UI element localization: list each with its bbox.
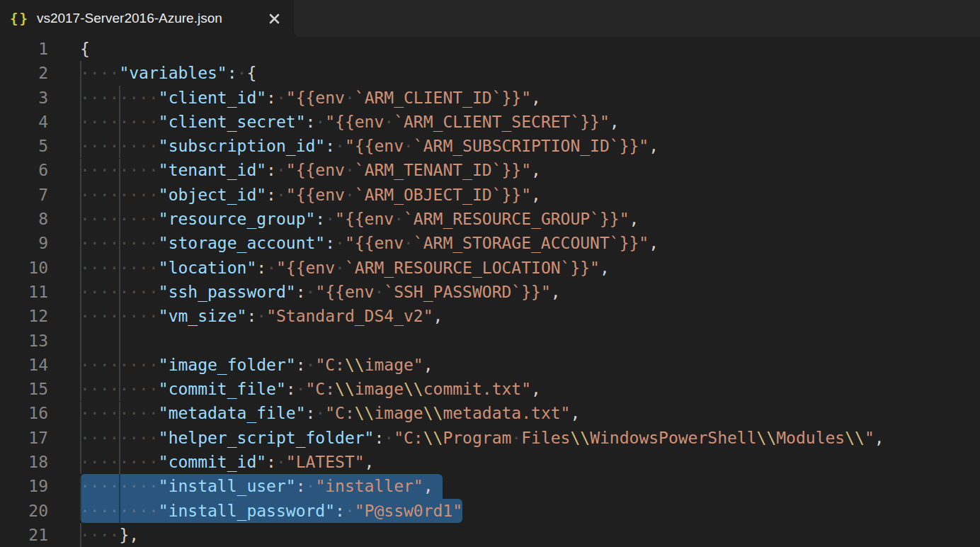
- token-str: `ARM_RESOURCE_GROUP`}}": [404, 210, 629, 228]
- token-punc: ,: [365, 453, 375, 471]
- line-number[interactable]: 7: [0, 183, 80, 207]
- line-number[interactable]: 17: [0, 426, 80, 450]
- code-line[interactable]: 21····},: [0, 523, 980, 547]
- whitespace-dots: ········: [80, 161, 159, 179]
- code-line[interactable]: 16········"metadata_file":·"C:\\image\\m…: [0, 401, 980, 425]
- token-esc: \\: [570, 429, 590, 447]
- code-line[interactable]: 4········"client_secret":·"{{env·`ARM_CL…: [0, 110, 980, 134]
- code-line[interactable]: 10········"location":·"{{env·`ARM_RESOUR…: [0, 256, 980, 280]
- whitespace-dots: ·: [384, 429, 394, 447]
- whitespace-dots: ·: [511, 429, 521, 447]
- line-number[interactable]: 15: [0, 377, 80, 401]
- line-number[interactable]: 11: [0, 280, 80, 304]
- line-content: ········"tenant_id":·"{{env·`ARM_TENANT_…: [80, 158, 541, 182]
- code-line[interactable]: 6········"tenant_id":·"{{env·`ARM_TENANT…: [0, 158, 980, 182]
- whitespace-dots: ·: [335, 234, 345, 252]
- line-number[interactable]: 2: [0, 61, 80, 85]
- token-key: "commit_id": [159, 453, 266, 471]
- whitespace-dots: ····: [80, 64, 119, 82]
- token-str: `ARM_SUBSCRIPTION_ID`}}": [414, 137, 649, 155]
- code-line[interactable]: 7········"object_id":·"{{env·`ARM_OBJECT…: [0, 183, 980, 207]
- token-str: "{{env: [286, 89, 345, 107]
- line-number[interactable]: 6: [0, 158, 80, 182]
- code-line[interactable]: 15········"commit_file":·"C:\\image\\com…: [0, 377, 980, 401]
- line-content: ········"helper_script_folder":·"C:\\Pro…: [80, 426, 884, 450]
- code-line[interactable]: 12········"vm_size":·"Standard_DS4_v2",: [0, 304, 980, 328]
- token-punc: :: [306, 404, 316, 422]
- whitespace-dots: ····: [80, 526, 119, 544]
- line-content: ········"commit_id":·"LATEST",: [80, 450, 374, 474]
- code-line[interactable]: 1{: [0, 37, 980, 61]
- token-punc: :: [227, 64, 237, 82]
- tab-close-button[interactable]: [266, 11, 282, 26]
- code-line[interactable]: 13: [0, 329, 980, 353]
- token-str: Modules: [776, 429, 845, 447]
- code-line[interactable]: 2····"variables":·{: [0, 61, 980, 85]
- whitespace-dots: ·: [306, 356, 316, 374]
- line-number[interactable]: 5: [0, 134, 80, 158]
- whitespace-dots: ·: [374, 283, 384, 301]
- whitespace-dots: ········: [80, 234, 159, 252]
- token-key: "client_id": [159, 89, 266, 107]
- whitespace-dots: ········: [80, 429, 159, 447]
- token-str: `ARM_RESOURCE_LOCATION`}}": [345, 259, 600, 277]
- token-punc: :: [246, 307, 256, 325]
- whitespace-dots: ········: [80, 307, 159, 325]
- line-content: ········"metadata_file":·"C:\\image\\met…: [80, 401, 580, 425]
- token-str: "C:: [315, 356, 345, 374]
- token-str: "{{env: [345, 137, 404, 155]
- line-number[interactable]: 1: [0, 37, 80, 61]
- token-punc: :: [315, 210, 325, 228]
- code-line[interactable]: 17········"helper_script_folder":·"C:\\P…: [0, 426, 980, 450]
- token-str: `ARM_OBJECT_ID`}}": [355, 186, 531, 204]
- whitespace-dots: ·: [335, 137, 345, 155]
- token-key: "tenant_id": [159, 161, 266, 179]
- line-content: ········"client_id":·"{{env·`ARM_CLIENT_…: [80, 86, 541, 110]
- line-number[interactable]: 14: [0, 353, 80, 377]
- code-line[interactable]: 14········"image_folder":·"C:\\image",: [0, 353, 980, 377]
- token-esc: \\: [423, 429, 443, 447]
- token-punc: ,: [570, 404, 580, 422]
- code-line[interactable]: 8········"resource_group":·"{{env·`ARM_R…: [0, 207, 980, 231]
- token-str: WindowsPowerShell: [590, 429, 756, 447]
- line-number[interactable]: 19: [0, 474, 80, 498]
- code-line[interactable]: 5········"subscription_id":·"{{env·`ARM_…: [0, 134, 980, 158]
- code-line[interactable]: 3········"client_id":·"{{env·`ARM_CLIENT…: [0, 86, 980, 110]
- line-content: ········"location":·"{{env·`ARM_RESOURCE…: [80, 256, 610, 280]
- line-number[interactable]: 13: [0, 329, 80, 353]
- code-line[interactable]: 19········"install_user":·"installer",: [0, 474, 980, 498]
- token-punc: ,: [531, 161, 541, 179]
- code-line[interactable]: 20········"install_password":·"P@ssw0rd1…: [0, 499, 980, 523]
- whitespace-dots: ·: [276, 453, 286, 471]
- token-punc: :: [266, 161, 276, 179]
- token-esc: \\: [404, 380, 423, 398]
- line-number[interactable]: 20: [0, 499, 80, 523]
- line-content: ····},: [80, 523, 139, 547]
- whitespace-dots: ········: [80, 502, 159, 520]
- token-key: "client_secret": [159, 113, 306, 131]
- line-number[interactable]: 3: [0, 86, 80, 110]
- line-number[interactable]: 8: [0, 207, 80, 231]
- token-str: `ARM_CLIENT_ID`}}": [355, 89, 531, 107]
- line-number[interactable]: 21: [0, 523, 80, 547]
- token-str: ": [865, 429, 874, 447]
- code-line[interactable]: 9········"storage_account":·"{{env·`ARM_…: [0, 231, 980, 255]
- line-number[interactable]: 9: [0, 231, 80, 255]
- token-str: "C:: [325, 404, 355, 422]
- line-number[interactable]: 12: [0, 304, 80, 328]
- line-content: ········"install_password":·"P@ssw0rd1": [80, 499, 462, 523]
- active-tab[interactable]: {} vs2017-Server2016-Azure.json: [0, 0, 294, 37]
- editor[interactable]: 1{2····"variables":·{3········"client_id…: [0, 37, 980, 547]
- line-number[interactable]: 10: [0, 256, 80, 280]
- token-punc: ,: [551, 283, 561, 301]
- json-file-icon: {}: [10, 11, 29, 26]
- code-line[interactable]: 11········"ssh_password":·"{{env·`SSH_PA…: [0, 280, 980, 304]
- token-esc: \\: [335, 380, 355, 398]
- token-str: metadata.txt": [443, 404, 570, 422]
- token-key: "resource_group": [159, 210, 316, 228]
- code-line[interactable]: 18········"commit_id":·"LATEST",: [0, 450, 980, 474]
- token-str: image: [355, 380, 404, 398]
- line-number[interactable]: 18: [0, 450, 80, 474]
- line-number[interactable]: 4: [0, 110, 80, 134]
- line-number[interactable]: 16: [0, 401, 80, 425]
